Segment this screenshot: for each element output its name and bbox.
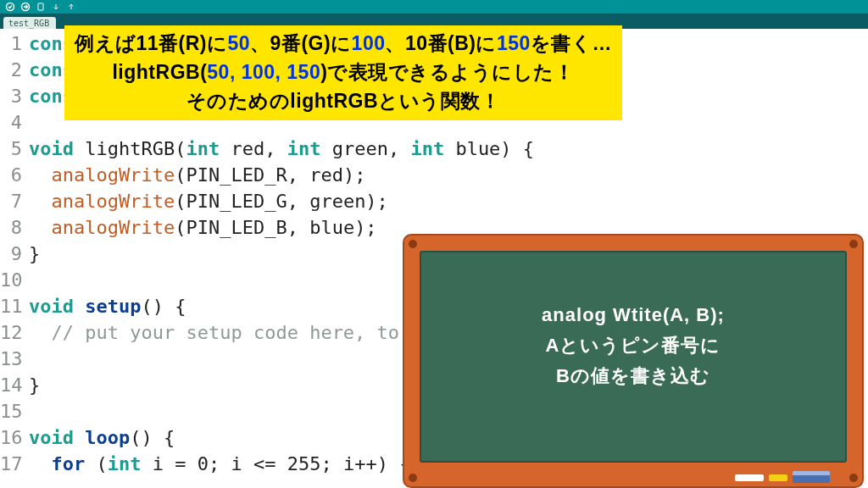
- line-number: 6: [0, 162, 29, 188]
- svg-rect-2: [38, 3, 43, 10]
- line-number: 17: [0, 451, 29, 477]
- code-content[interactable]: }: [29, 241, 40, 267]
- line-number: 4: [0, 109, 29, 136]
- annotation-line-2: lightRGB(50, 100, 150)で表現できるようにした！: [75, 58, 612, 86]
- sketch-tab[interactable]: test_RGB: [3, 17, 56, 29]
- chalk-yellow-icon: [769, 474, 787, 481]
- line-number: 9: [0, 241, 29, 267]
- code-content[interactable]: analogWrite(PIN_LED_R, red);: [29, 162, 365, 188]
- upload-icon[interactable]: [20, 2, 31, 12]
- line-number: 8: [0, 214, 29, 241]
- code-line[interactable]: 5void lightRGB(int red, int green, int b…: [0, 136, 868, 162]
- chalkboard: analog Wtite(A, B); Aというピン番号に Bの値を書き込む: [403, 234, 864, 488]
- eraser-icon: [793, 471, 830, 483]
- annotation-callout: 例えば11番(R)に50、9番(G)に100、10番(B)に150を書く… li…: [64, 25, 622, 120]
- line-number: 1: [0, 30, 29, 57]
- line-number: 3: [0, 83, 29, 109]
- code-line[interactable]: 6 analogWrite(PIN_LED_R, red);: [0, 162, 868, 188]
- new-file-icon[interactable]: [36, 2, 46, 12]
- chalk-white-icon: [735, 474, 764, 481]
- annotation-line-3: そのためのlightRGBという関数！: [75, 86, 612, 115]
- board-line-2: Aというピン番号に: [404, 330, 862, 361]
- line-number: 7: [0, 188, 29, 214]
- line-number: 14: [0, 372, 29, 398]
- corner-screw-icon: [849, 474, 858, 482]
- code-content[interactable]: void loop() {: [29, 424, 175, 451]
- line-number: 10: [0, 267, 29, 293]
- save-icon[interactable]: [66, 2, 76, 12]
- line-number: 11: [0, 293, 29, 319]
- board-line-1: analog Wtite(A, B);: [404, 300, 862, 330]
- line-number: 13: [0, 346, 29, 372]
- code-line[interactable]: 7 analogWrite(PIN_LED_G, green);: [0, 188, 868, 214]
- chalkboard-frame: analog Wtite(A, B); Aというピン番号に Bの値を書き込む: [403, 234, 864, 488]
- line-number: 2: [0, 57, 29, 83]
- line-number: 12: [0, 319, 29, 346]
- line-number: 16: [0, 424, 29, 451]
- chalkboard-text: analog Wtite(A, B); Aというピン番号に Bの値を書き込む: [404, 300, 862, 391]
- code-content[interactable]: }: [29, 372, 40, 398]
- code-content[interactable]: analogWrite(PIN_LED_G, green);: [29, 188, 388, 214]
- code-content[interactable]: for (int i = 0; i <= 255; i++) {: [29, 451, 410, 477]
- code-content[interactable]: analogWrite(PIN_LED_B, blue);: [29, 214, 377, 241]
- verify-icon[interactable]: [5, 2, 15, 12]
- board-line-3: Bの値を書き込む: [404, 361, 862, 391]
- ide-toolbar: [0, 0, 868, 14]
- code-content[interactable]: void setup() {: [29, 293, 186, 319]
- line-number: 5: [0, 136, 29, 162]
- annotation-line-1: 例えば11番(R)に50、9番(G)に100、10番(B)に150を書く…: [75, 29, 612, 58]
- code-content[interactable]: // put your setup code here, to run o: [29, 319, 467, 346]
- code-content[interactable]: void lightRGB(int red, int green, int bl…: [29, 136, 534, 162]
- line-number: 15: [0, 398, 29, 424]
- corner-screw-icon: [409, 240, 417, 248]
- corner-screw-icon: [849, 240, 858, 248]
- corner-screw-icon: [409, 474, 417, 482]
- open-file-icon[interactable]: [51, 2, 61, 12]
